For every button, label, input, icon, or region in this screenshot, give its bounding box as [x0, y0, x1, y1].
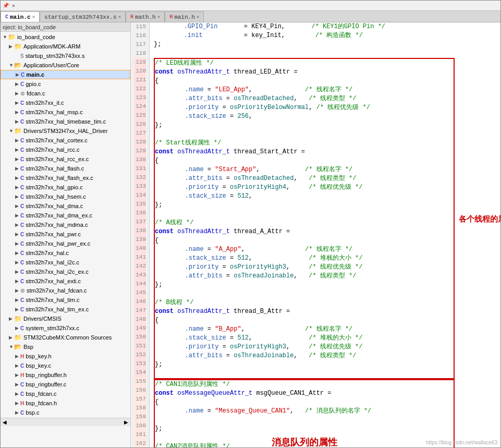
tree-item-mdma[interactable]: ▶ C stm32h7xx_hal_mdma.c [1, 220, 130, 229]
tree-item-hsem[interactable]: ▶ C stm32h7xx_hal_hsem.c [1, 192, 130, 201]
tree-item-cortex[interactable]: ▶ C stm32h7xx_hal_cortex.c [1, 136, 130, 145]
gear-icon-fdcan: ⚙ [20, 288, 25, 294]
tree-item-startup[interactable]: S startup_stm32h743xx.s [1, 51, 130, 60]
file-icon-hal: C [20, 250, 24, 256]
file-icon-hal-gpio: C [20, 185, 24, 190]
file-icon-mainc: C [21, 72, 25, 78]
tree-item-it[interactable]: ▶ C stm32h7xx_it.c [1, 98, 130, 107]
file-icon-gpio: C [20, 81, 24, 87]
code-line-129: const osThreadAttr_t thread_Start_Attr = [155, 148, 454, 156]
close-icon[interactable]: ✕ [12, 3, 15, 9]
expand-icon-fdcan: ▶ [15, 91, 20, 96]
tree-item-hal-tb[interactable]: ▶ C stm32h7xx_hal_timebase_tim.c [1, 117, 130, 126]
tab-main-h-close[interactable]: ✕ [197, 14, 199, 20]
file-icon-rcc-ex: C [20, 156, 24, 162]
tree-label-cmsis: Drivers/CMSIS [23, 316, 62, 322]
tree-item-i2c[interactable]: ▶ C stm32h7xx_hal_i2c.c [1, 258, 130, 267]
tree-item-bsp-c[interactable]: ▶ C bsp.c [1, 408, 130, 417]
file-icon-cortex: C [20, 138, 24, 143]
tree-item-bsp[interactable]: ▼ 📂 Bsp [1, 342, 130, 352]
tree-item-pwr-ex[interactable]: ▶ C stm32h7xx_hal_pwr_ex.c [1, 239, 130, 248]
tree-item-i2c-ex[interactable]: ▶ C stm32h7xx_hal_i2c_ex.c [1, 267, 130, 276]
code-line-145 [155, 289, 454, 298]
folder-icon-drv: 📁 [14, 127, 22, 135]
tabs-bar: C main.c ✕ startup_stm32h743xx.s ✕ H mat… [1, 11, 500, 22]
tree-label-tim-ex: stm32h7xx_hal_tim_ex.c [26, 306, 89, 312]
tree-item-drivers-hal[interactable]: ▼ 📁 Drivers/STM32H7xx_HAL_Driver [1, 126, 130, 136]
tree-item-bsp-key-h[interactable]: ▶ H bsp_key.h [1, 352, 130, 361]
tree-item-bsp-fdcan-h[interactable]: ▶ H bsp_fdcan.h [1, 398, 130, 408]
arrow-right-icon[interactable]: ▶ [124, 419, 128, 425]
folder-icon-mdk: 📁 [14, 43, 22, 50]
sidebar-scrollbar-arrows[interactable]: ◀ ▶ [1, 418, 130, 426]
code-line-115: .GPIO_Pin = KEY4_Pin, /* KEY1的GPIO Pin *… [154, 22, 496, 31]
tree-item-fdcan[interactable]: ▶ ⚙ fdcan.c [1, 89, 130, 98]
expand-icon-user: ▼ [9, 63, 14, 68]
arrow-left-icon[interactable]: ◀ [3, 419, 7, 425]
file-icon-bsp-ring-h: H [20, 372, 24, 378]
code-line-127 [155, 130, 454, 139]
tree-label-hsem: stm32h7xx_hal_hsem.c [26, 193, 86, 200]
tree-item-app-user[interactable]: ▼ 📂 Application/User/Core [1, 60, 130, 70]
tree-item-bsp-key-c[interactable]: ▶ C bsp_key.c [1, 361, 130, 370]
tab-main-c[interactable]: C main.c ✕ [1, 11, 40, 22]
tree-item-bsp-ring-c[interactable]: ▶ C bsp_ringbuffer.c [1, 380, 130, 389]
tree-item-rcc[interactable]: ▶ C stm32h7xx_hal_rcc.c [1, 145, 130, 154]
tree-label-flash: stm32h7xx_hal_flash.c [26, 165, 84, 172]
tree-label-fdcan: fdcan.c [27, 90, 45, 96]
tab-math-h-label: math.h [135, 14, 156, 20]
tree-item-io-board[interactable]: ▼ 📁 io_board_code [1, 32, 130, 42]
tab-math-h-close[interactable]: ✕ [157, 14, 160, 20]
code-line-148: { [155, 316, 454, 325]
file-icon-system: C [20, 325, 24, 331]
red-box-threads: /* LED线程属性 */ const osThreadAttr_t threa… [154, 58, 455, 379]
tree-item-pwr[interactable]: ▶ C stm32h7xx_hal_pwr.c [1, 229, 130, 239]
tree-item-cubemx[interactable]: ▶ 📁 STM32CubeMX:Common Sources [1, 333, 130, 342]
tree-item-cmsis[interactable]: ▶ 📁 Drivers/CMSIS [1, 314, 130, 323]
project-label: oject: io_board_code [3, 24, 56, 30]
tab-math-h[interactable]: H math.h ✕ [126, 11, 165, 22]
title-bar: 📌 ✕ [1, 1, 500, 11]
tree-item-gpio[interactable]: ▶ C gpio.c [1, 79, 130, 89]
tree-item-tim[interactable]: ▶ C stm32h7xx_hal_tim.c [1, 295, 130, 305]
tree-label-bsp-key-c: bsp_key.c [26, 362, 51, 369]
file-icon-mdma: C [20, 222, 24, 228]
tree-label-msp: stm32h7xx_hal_msp.c [26, 109, 82, 115]
tab-startup[interactable]: startup_stm32h743xx.s ✕ [40, 11, 126, 22]
tree-label-bsp-c: bsp.c [26, 409, 39, 416]
tree-label-bsp: Bsp [23, 344, 33, 350]
tree-item-dma[interactable]: ▶ C stm32h7xx_hal_dma.c [1, 201, 130, 211]
tab-main-h-label: main.h [174, 14, 195, 20]
tab-startup-close[interactable]: ✕ [118, 14, 121, 20]
code-line-162: /* CAN2消息队列属性 */ [155, 442, 454, 447]
tab-icon-c: C [5, 14, 8, 20]
expand-icon: ▼ [3, 34, 8, 40]
file-icon-startup: S [20, 53, 24, 59]
file-icon-exti: C [20, 279, 24, 284]
tab-main-h[interactable]: H main.h ✕ [165, 11, 204, 22]
tree-item-bsp-fdcan-c[interactable]: ▶ C bsp_fdcan.c [1, 389, 130, 398]
file-icon-bsp-fdcan-h: H [20, 401, 24, 406]
code-line-132: .attr_bits = osThreadDetached, /* 线程类型 *… [155, 174, 454, 183]
code-line-161 [155, 433, 454, 442]
tree-item-hal-fdcan[interactable]: ▶ ⚙ stm32h7xx_hal_fdcan.c [1, 286, 130, 295]
tree-item-hal[interactable]: ▶ C stm32h7xx_hal.c [1, 248, 130, 258]
expand-icon-drv: ▼ [9, 128, 14, 134]
code-line-153: }; [155, 360, 454, 369]
tree-item-hal-msp[interactable]: ▶ C stm32h7xx_hal_msp.c [1, 107, 130, 117]
tree-item-bsp-ring-h[interactable]: ▶ H bsp_ringbuffer.h [1, 370, 130, 380]
file-icon-bsp-ring-c: C [20, 382, 24, 388]
tree-item-tim-ex[interactable]: ▶ C stm32h7xx_hal_tim_ex.c [1, 305, 130, 314]
tree-item-exti[interactable]: ▶ C stm32h7xx_hal_exti.c [1, 276, 130, 286]
tree-item-flash[interactable]: ▶ C stm32h7xx_hal_flash.c [1, 164, 130, 173]
tree-item-hal-gpio[interactable]: ▶ C stm32h7xx_hal_gpio.c [1, 183, 130, 192]
tree-item-flash-ex[interactable]: ▶ C stm32h7xx_hal_flash_ex.c [1, 173, 130, 183]
main-window: 📌 ✕ C main.c ✕ startup_stm32h743xx.s ✕ H… [0, 0, 501, 448]
tree-item-dma-ex[interactable]: ▶ C stm32h7xx_hal_dma_ex.c [1, 211, 130, 220]
tree-item-system[interactable]: ▶ C system_stm32h7xx.c [1, 323, 130, 333]
code-editor[interactable]: 115 116 117 118 119 120 121 122 123 124 … [131, 22, 500, 447]
tree-item-rcc-ex[interactable]: ▶ C stm32h7xx_hal_rcc_ex.c [1, 154, 130, 164]
tab-main-c-close[interactable]: ✕ [32, 14, 35, 20]
tree-item-app-mdk[interactable]: ▶ 📁 Application/MDK-ARM [1, 42, 130, 51]
tree-item-main-c[interactable]: ▶ C main.c [1, 70, 130, 79]
